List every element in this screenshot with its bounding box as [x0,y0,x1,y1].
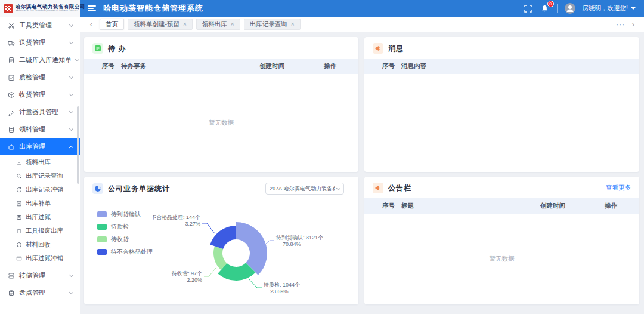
column-header: 序号 [364,62,401,70]
user-menu[interactable]: 房晓明，欢迎您! [583,4,636,13]
menu-collapse-icon[interactable] [88,5,96,11]
tab-material-outbound[interactable]: 领料出库 × [196,19,240,30]
legend-swatch [97,224,107,230]
sidebar-item-label: 工具类管理 [19,21,66,30]
sidebar-item-stocktaking-management[interactable]: 盘点管理 [0,284,80,301]
tabs-prev-icon[interactable]: ‹ [86,20,96,29]
sidebar-item-receiving-management[interactable]: 收货管理 [0,86,80,103]
sidebar-subitem-material-outbound[interactable]: 领料出库 [0,155,80,169]
panel-title: 待 办 [108,44,126,54]
leader-line [204,267,216,276]
column-header: 创建时间 [259,62,324,70]
sidebar-item-label: 计量器具管理 [19,107,66,116]
close-icon[interactable]: × [183,21,187,27]
sidebar-subitem-outbound-supplement[interactable]: 出库补单 [0,196,80,210]
sidebar-subitem-label: 出库过账 [26,213,51,221]
column-header: 消息内容 [401,62,639,70]
legend-label: 待到货确认 [111,210,141,218]
fullscreen-icon[interactable] [524,4,533,13]
chevron-down-icon [631,7,636,10]
chevron-down-icon [75,57,79,61]
sidebar-subitem-outbound-record-query[interactable]: 出库记录查询 [0,169,80,183]
legend-item[interactable]: 待收货 [97,235,153,244]
legend-label: 待收货 [111,235,129,244]
panel-title: 公司业务单据统计 [108,184,170,194]
chevron-down-icon [69,290,73,294]
megaphone-icon [373,43,383,54]
messages-table-header: 序号 消息内容 [364,59,639,74]
box-icon [8,91,15,98]
sidebar-item-delivery-management[interactable]: 送货管理 [0,34,80,51]
sidebar-subitem-material-recycle[interactable]: 材料回收 [0,238,80,251]
slice-percent: 70.84% [283,241,301,247]
notification-bell-icon[interactable]: 0 [540,4,550,13]
tabs-more-icon[interactable]: ··· [616,20,625,29]
tab-label: 领料出库 [202,20,227,29]
sidebar-item-measuring-instruments[interactable]: 计量器具管理 [0,103,80,121]
sidebar: 工具类管理 送货管理 二级库入库通知单 质检管理 收货管理 计量器具管理 领料管… [0,17,80,314]
megaphone-icon [373,183,383,193]
outbound-icon [16,159,22,165]
sidebar-item-outbound-management[interactable]: 出库管理 [0,138,80,155]
search-icon [16,173,22,179]
chevron-down-icon [336,186,340,190]
chevron-down-icon [69,40,73,44]
legend-item[interactable]: 待不合格品处理 [97,248,153,256]
card-icon [16,255,22,261]
database-icon [8,272,15,279]
sidebar-item-transfer-management[interactable]: 转储管理 [0,267,80,284]
sidebar-item-label: 领料管理 [19,125,66,134]
view-more-link[interactable]: 查看更多 [606,184,631,192]
sidebar-subitem-outbound-record-writeoff[interactable]: 出库记录冲销 [0,183,80,196]
empty-state-text: 暂无数据 [209,119,234,127]
legend-swatch [97,211,107,217]
sidebar-subitem-label: 工具报废出库 [26,227,63,235]
slice-label: 待收货: 97个 [171,270,202,276]
checklist-icon [8,74,15,81]
sidebar-item-material-requisition[interactable]: 领料管理 [0,121,80,138]
tab-bar: ‹ 首页 领料单创建-预留 × 领料出库 × 出库记录查询 × ··· › [80,17,644,32]
close-icon[interactable]: × [291,21,295,27]
sidebar-item-label: 质检管理 [19,73,66,82]
legend-item[interactable]: 待到货确认 [97,210,153,218]
sidebar-subitem-outbound-posting[interactable]: 出库过账 [0,210,80,224]
sidebar-item-label: 出库管理 [19,142,66,151]
column-header: 操作 [605,202,639,210]
tab-label: 出库记录查询 [250,20,287,29]
app-title: 哈电动装智能仓储管理系统 [103,3,203,14]
sidebar-item-quality-management[interactable]: 质检管理 [0,69,80,86]
sidebar-subitem-tool-scrap-outbound[interactable]: 工具报废出库 [0,224,80,238]
tab-requisition-create-reserve[interactable]: 领料单创建-预留 × [128,19,193,30]
panel-title: 消息 [388,44,404,54]
close-icon[interactable]: × [231,21,234,27]
legend-swatch [97,249,107,255]
notification-badge: 0 [547,1,554,7]
legend-item[interactable]: 待质检 [97,223,153,231]
rose-donut-chart: 待到货确认: 3121个 70.84% 待质检: 1044个 23.69% 待收… [153,201,338,302]
sidebar-scrollbar[interactable] [77,106,79,184]
slice-percent: 23.69% [270,288,289,294]
tab-outbound-record-query[interactable]: 出库记录查询 × [244,19,301,30]
sidebar-item-secondary-inbound-notice[interactable]: 二级库入库通知单 [0,51,80,69]
company-filter-dropdown[interactable]: 207A-哈尔滨电气动力装备有限公 [265,183,344,195]
legend-label: 待不合格品处理 [111,248,153,256]
pen-icon [8,109,15,116]
slice-percent: 2.20% [187,277,202,283]
avatar[interactable] [565,3,575,14]
tab-home[interactable]: 首页 [100,19,124,30]
sidebar-item-label: 二级库入库通知单 [19,56,72,64]
slice-label: 待不合格品处理: 144个 [153,214,200,220]
pie-slice-pending-defect-handling [210,226,236,249]
dropdown-selected-value: 207A-哈尔滨电气动力装备有限公 [270,185,335,193]
doc-plus-icon [16,201,22,207]
sidebar-item-tools-management[interactable]: 工具类管理 [0,17,80,34]
todo-table-header: 序号 待办事务 创建时间 操作 [84,59,358,74]
stats-panel: 公司业务单据统计 207A-哈尔滨电气动力装备有限公 待到货确认 待质检 待收货 [84,177,358,304]
bulletin-table-header: 序号 标题 创建时间 操作 [364,198,639,214]
chevron-down-icon [69,273,73,277]
sidebar-item-label: 收货管理 [19,90,66,99]
tabs-next-icon[interactable]: › [628,20,638,29]
sidebar-subitem-outbound-posting-writeoff[interactable]: 出库过账冲销 [0,251,80,265]
column-header: 序号 [84,62,121,70]
top-header: 哈尔滨电气动力装备有限公司 HARBIN ELECTRIC POWER EQUI… [0,0,644,17]
